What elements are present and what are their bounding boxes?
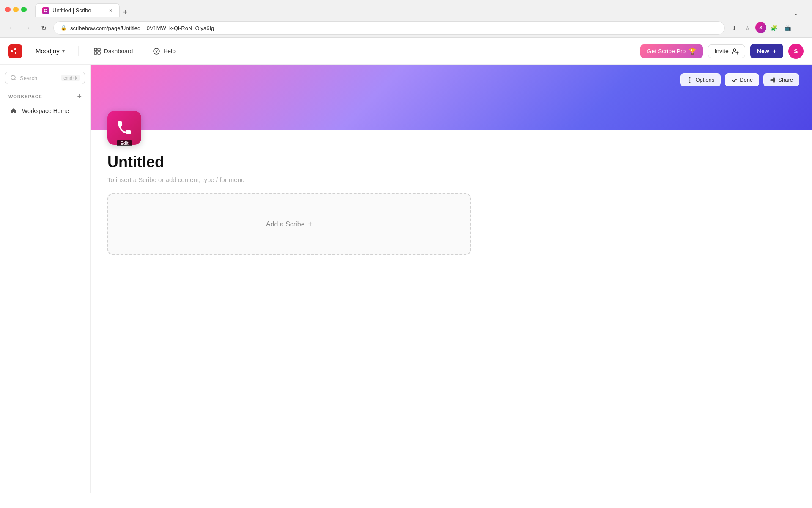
phone-icon xyxy=(116,119,133,136)
svg-line-16 xyxy=(772,80,773,81)
workspace-selector[interactable]: Moodjoy ▾ xyxy=(32,46,68,56)
svg-rect-1 xyxy=(14,48,16,50)
bookmark-button[interactable]: ☆ xyxy=(742,22,754,34)
options-icon xyxy=(687,77,693,83)
svg-rect-5 xyxy=(94,52,97,54)
forward-button[interactable]: → xyxy=(21,22,34,34)
svg-point-9 xyxy=(733,49,736,51)
workspace-name: Moodjoy xyxy=(36,47,60,55)
new-label: New xyxy=(757,48,769,55)
svg-point-14 xyxy=(689,81,691,83)
edit-label: Edit xyxy=(117,140,132,146)
plus-icon: + xyxy=(773,47,776,55)
home-icon xyxy=(9,107,18,115)
workspace-section-title: WORKSPACE xyxy=(8,94,42,99)
browser-tab[interactable]: Untitled | Scribe × xyxy=(35,3,120,17)
address-bar[interactable]: 🔒 scribehow.com/page/Untitled__0V1MWLk-Q… xyxy=(53,21,725,35)
tab-close-button[interactable]: × xyxy=(109,7,112,14)
sidebar-item-workspace-home[interactable]: Workspace Home xyxy=(5,104,85,118)
dashboard-nav-item[interactable]: Dashboard xyxy=(89,45,138,57)
help-label: Help xyxy=(163,48,176,55)
sidebar: Search cmd+k WORKSPACE + Workspace Home xyxy=(0,65,91,493)
check-icon xyxy=(731,77,737,83)
reload-button[interactable]: ↻ xyxy=(37,22,50,34)
new-button[interactable]: New + xyxy=(750,44,783,58)
share-icon xyxy=(770,77,776,83)
options-button[interactable]: Options xyxy=(680,73,721,86)
browser-profile-badge[interactable]: S xyxy=(755,22,766,33)
search-placeholder: Search xyxy=(20,75,37,81)
options-label: Options xyxy=(695,77,714,83)
done-button[interactable]: Done xyxy=(725,73,759,86)
more-button[interactable]: ⋮ xyxy=(795,22,807,34)
search-icon xyxy=(11,75,16,81)
app-logo xyxy=(8,44,22,58)
tab-favicon xyxy=(42,7,49,14)
app-header: Moodjoy ▾ Dashboard ? Help Get Scribe Pr… xyxy=(0,38,812,65)
tab-down-button[interactable]: ⌄ xyxy=(793,9,802,17)
header-divider xyxy=(78,46,79,56)
invite-button[interactable]: Invite xyxy=(708,44,745,58)
page-body: Edit Untitled To insert a Scribe or add … xyxy=(91,130,812,255)
search-bar[interactable]: Search cmd+k xyxy=(5,72,85,84)
user-avatar[interactable]: S xyxy=(788,44,804,59)
svg-rect-3 xyxy=(94,48,97,51)
svg-rect-2 xyxy=(15,52,16,54)
svg-line-15 xyxy=(772,79,773,80)
dashboard-label: Dashboard xyxy=(104,48,133,55)
lock-icon: 🔒 xyxy=(60,25,67,31)
hero-banner: Options Done Share xyxy=(91,65,812,130)
page-title[interactable]: Untitled xyxy=(107,153,795,171)
tab-title: Untitled | Scribe xyxy=(52,7,91,14)
help-icon: ? xyxy=(153,48,160,55)
done-label: Done xyxy=(740,77,753,83)
url-text: scribehow.com/page/Untitled__0V1MWLk-Qi-… xyxy=(70,25,718,31)
share-label: Share xyxy=(778,77,793,83)
traffic-lights xyxy=(5,7,27,12)
svg-point-13 xyxy=(689,79,691,80)
help-nav-item[interactable]: ? Help xyxy=(148,45,181,57)
content-area: Search cmd+k WORKSPACE + Workspace Home xyxy=(0,65,812,493)
invite-label: Invite xyxy=(714,48,728,55)
minimize-traffic-light[interactable] xyxy=(13,7,19,12)
new-tab-button[interactable]: + xyxy=(123,8,128,17)
svg-line-11 xyxy=(15,79,16,80)
chevron-down-icon: ▾ xyxy=(62,48,65,54)
add-scribe-plus-icon: + xyxy=(308,220,313,229)
workspace-section-header: WORKSPACE + xyxy=(5,91,85,102)
close-traffic-light[interactable] xyxy=(5,7,11,12)
search-shortcut: cmd+k xyxy=(61,75,80,81)
svg-rect-6 xyxy=(98,52,100,54)
cast-button[interactable]: 📺 xyxy=(782,22,793,34)
dashboard-icon xyxy=(94,48,101,55)
svg-rect-4 xyxy=(98,48,100,51)
browser-actions: ⬇ ☆ S 🧩 📺 ⋮ xyxy=(728,22,807,34)
maximize-traffic-light[interactable] xyxy=(21,7,27,12)
trophy-icon: 🏆 xyxy=(689,48,696,55)
back-button[interactable]: ← xyxy=(5,22,18,34)
browser-nav-bar: ← → ↻ 🔒 scribehow.com/page/Untitled__0V1… xyxy=(0,19,812,37)
share-button[interactable]: Share xyxy=(763,73,799,86)
svg-text:?: ? xyxy=(155,49,158,54)
get-pro-button[interactable]: Get Scribe Pro 🏆 xyxy=(640,44,703,58)
main-content: Options Done Share xyxy=(91,65,812,493)
svg-point-12 xyxy=(689,77,691,78)
page-icon-area: Edit xyxy=(107,111,141,145)
header-right: Get Scribe Pro 🏆 Invite New + S xyxy=(640,44,804,59)
add-scribe-text: Add a Scribe + xyxy=(266,220,313,229)
add-scribe-label: Add a Scribe xyxy=(266,221,305,228)
svg-rect-0 xyxy=(11,50,13,52)
add-scribe-box[interactable]: Add a Scribe + xyxy=(107,193,471,255)
add-workspace-item-button[interactable]: + xyxy=(77,93,82,100)
get-pro-label: Get Scribe Pro xyxy=(647,48,686,55)
workspace-home-label: Workspace Home xyxy=(22,108,69,114)
person-add-icon xyxy=(732,48,739,55)
download-button[interactable]: ⬇ xyxy=(728,22,740,34)
page-toolbar: Options Done Share xyxy=(680,73,799,86)
page-placeholder-text[interactable]: To insert a Scribe or add content, type … xyxy=(107,176,795,183)
extensions-button[interactable]: 🧩 xyxy=(768,22,780,34)
